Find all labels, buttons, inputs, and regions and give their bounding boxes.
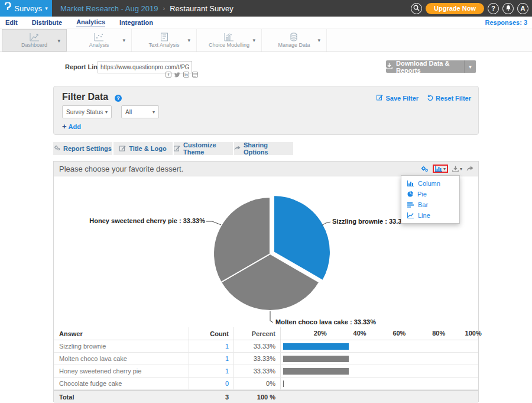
breadcrumb: Market Research - Aug 2019 › Restaurant … [60, 4, 233, 13]
chart-download-button[interactable]: ▾ [452, 166, 462, 172]
plus-icon: + [62, 122, 67, 131]
select-caret-icon: ▾ [105, 109, 108, 115]
leader-line-honey [206, 221, 221, 225]
navbar-actions: Upgrade Now ? A [411, 3, 532, 14]
surveys-label: Surveys [14, 4, 42, 13]
notifications-button[interactable] [502, 3, 514, 14]
chart-type-option-label: Bar [418, 201, 428, 208]
result-bar [283, 381, 284, 387]
tab-label: Sharing Options [244, 141, 293, 156]
report-tabs: Report Settings Title & Logo Customize T… [53, 142, 293, 155]
chart-download-caret-icon: ▾ [460, 166, 462, 172]
axis-tick: 40% [353, 330, 366, 337]
reset-filter-link[interactable]: Reset Filter [427, 94, 471, 102]
question-title: Please choose your favorite dessert. [59, 165, 183, 173]
filter-value-select[interactable]: All ▾ [121, 105, 159, 118]
choice-modelling-icon [224, 33, 234, 41]
gears-icon [54, 145, 60, 152]
axis-tick: 20% [314, 330, 327, 337]
chart-type-dropdown: Column Pie Bar Line [401, 175, 460, 224]
manage-data-icon [290, 33, 298, 41]
toolbar-item-text-analysis[interactable]: Text Analysis ▾ [132, 29, 197, 51]
percent-value: 33.33% [233, 365, 280, 377]
choice-modelling-caret-icon[interactable]: ▾ [252, 37, 255, 43]
chart-type-option-line[interactable]: Line [401, 210, 459, 221]
count-link[interactable]: 1 [225, 355, 229, 362]
chart-type-button[interactable]: ▾ [435, 166, 446, 172]
axis-tick: 60% [392, 330, 406, 337]
download-gray-icon [452, 166, 459, 172]
pencil-icon [174, 145, 180, 153]
tab-sharing-options[interactable]: Sharing Options [234, 142, 293, 155]
account-avatar[interactable]: A [517, 3, 528, 14]
survey-status-select[interactable]: Survey Status ▾ [62, 105, 112, 118]
breadcrumb-separator: › [163, 5, 165, 12]
tab-customize-theme[interactable]: Customize Theme [174, 142, 233, 155]
download-icon [386, 63, 392, 70]
axis-tick: 100% [465, 330, 482, 337]
menu-item-analytics[interactable]: Analytics [76, 17, 105, 27]
responses-count[interactable]: Responses: 3 [485, 19, 527, 26]
toolbar-item-dashboard[interactable]: Dashboard ▾ [2, 29, 67, 51]
chart-type-option-bar[interactable]: Bar [401, 199, 459, 210]
percent-value: 33.33% [233, 353, 280, 365]
count-link[interactable]: 1 [225, 343, 229, 350]
count-link[interactable]: 1 [225, 367, 229, 375]
download-options-caret[interactable]: ▾ [464, 60, 476, 73]
bar-horizontal-icon [407, 202, 414, 208]
chart-type-option-label: Column [418, 180, 440, 187]
surveys-menu-button[interactable]: Surveys ▾ [0, 0, 52, 17]
chart-panel-header: Please choose your favorite dessert. ▾ ▾ [54, 162, 478, 176]
tab-label: Title & Logo [129, 145, 166, 152]
search-button[interactable] [411, 3, 422, 14]
table-header-row: Answer Count Percent 20% 40% 60% 80% 100… [54, 327, 478, 340]
toolbar-item-analysis[interactable]: Analysis ▾ [67, 29, 132, 51]
breadcrumb-current: Restaurant Survey [170, 4, 233, 13]
line-chart-icon [407, 212, 414, 218]
question-chart-panel: Please choose your favorite dessert. ▾ ▾ [53, 161, 479, 402]
breadcrumb-parent[interactable]: Market Research - Aug 2019 [60, 4, 158, 13]
chart-type-option-column[interactable]: Column [401, 178, 459, 189]
facebook-icon[interactable]: f [166, 72, 171, 78]
menu-item-distribute[interactable]: Distribute [32, 18, 62, 27]
axis-tick: 80% [432, 330, 445, 337]
upgrade-now-button[interactable]: Upgrade Now [426, 3, 484, 14]
dashboard-icon [30, 33, 40, 41]
share-gray-icon [466, 166, 473, 172]
survey-status-value: Survey Status [66, 109, 103, 115]
twitter-icon[interactable] [174, 72, 180, 78]
pie-chart-icon [407, 191, 413, 197]
result-bar [283, 368, 349, 375]
percent-value: 33.33% [233, 340, 280, 352]
tab-title-logo[interactable]: Title & Logo [113, 142, 173, 155]
toolbar-item-choice-modelling[interactable]: Choice Modelling ▾ [197, 29, 262, 51]
select-caret-icon: ▾ [153, 109, 155, 115]
chart-share-button[interactable] [466, 166, 473, 172]
menu-item-edit[interactable]: Edit [5, 18, 18, 27]
pie-label-sizzling: Sizzling brownie : 33.33% [332, 218, 411, 225]
save-filter-icon [377, 94, 383, 102]
chart-settings-button[interactable] [421, 166, 429, 172]
download-data-reports-button[interactable]: Download Data & Reports [386, 60, 476, 73]
chart-type-option-pie[interactable]: Pie [401, 189, 459, 199]
save-filter-link[interactable]: Save Filter [377, 94, 419, 102]
filter-help-icon[interactable]: ? [115, 95, 122, 102]
tab-report-settings[interactable]: Report Settings [53, 142, 112, 155]
search-icon [413, 5, 420, 12]
share-arrow-icon [234, 146, 241, 152]
dashboard-caret-icon[interactable]: ▾ [57, 38, 60, 44]
reset-filter-icon [427, 94, 433, 102]
count-link[interactable]: 0 [225, 380, 229, 387]
pie-label-honey: Honey sweetened cherry pie : 33.33% [89, 217, 205, 224]
help-button[interactable]: ? [488, 3, 499, 14]
total-count: 3 [189, 391, 233, 403]
analysis-caret-icon[interactable]: ▾ [122, 37, 125, 43]
toolbar-item-manage-data[interactable]: Manage Data ▾ [262, 29, 327, 51]
add-filter-button[interactable]: + Add [62, 122, 81, 131]
manage-data-caret-icon[interactable]: ▾ [317, 37, 320, 43]
menu-item-integration[interactable]: Integration [119, 18, 153, 27]
text-analysis-caret-icon[interactable]: ▾ [187, 37, 190, 43]
linkedin-icon[interactable]: in [183, 72, 189, 78]
embed-icon[interactable] [192, 72, 198, 78]
answer-label: Honey sweetened cherry pie [54, 367, 189, 375]
